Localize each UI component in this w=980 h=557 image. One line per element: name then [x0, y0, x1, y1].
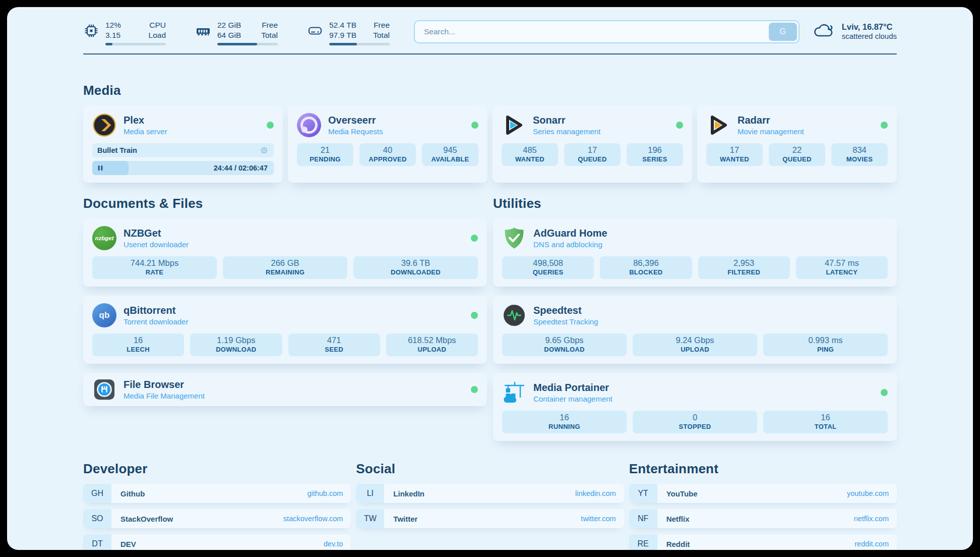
plex-icon [92, 113, 116, 137]
service-description: Speedtest Tracking [533, 317, 598, 326]
bookmark-abbr: RE [629, 534, 657, 550]
cpu-usage-label: CPU [149, 20, 166, 30]
bookmark-reddit[interactable]: RE Reddit reddit.com [629, 534, 897, 550]
status-dot [471, 122, 478, 129]
service-description: Movie management [738, 127, 804, 136]
bookmark-github[interactable]: GH Github github.com [83, 484, 351, 503]
cpu-widget: 12% 3.15 CPU Load [83, 20, 166, 45]
service-name: Plex [124, 115, 167, 126]
service-name: qBittorrent [124, 305, 188, 316]
stat-movies: 834 MOVIES [831, 143, 888, 166]
bookmark-url: linkedin.com [575, 489, 624, 497]
disk-total-label: Total [373, 30, 390, 40]
bookmark-name: Github [111, 489, 145, 498]
service-card-radarr[interactable]: Radarr Movie management 17 WANTED 22 QUE… [697, 105, 897, 183]
status-dot [471, 312, 478, 319]
stat-seed: 471 SEED [288, 333, 380, 356]
bookmark-name: Reddit [657, 540, 690, 548]
memory-total-value: 64 GiB [217, 30, 241, 40]
stat-total: 16 TOTAL [763, 411, 888, 433]
bookmark-abbr: LI [356, 484, 384, 503]
bookmark-netflix[interactable]: NF Netflix netflix.com [629, 509, 897, 528]
stat-filtered: 2,953 FILTERED [698, 256, 790, 279]
stat-download: 9.65 Gbps DOWNLOAD [502, 333, 627, 356]
memory-icon [195, 23, 211, 41]
service-card-speedtest[interactable]: Speedtest Speedtest Tracking 9.65 Gbps D… [493, 296, 897, 364]
service-name: Radarr [738, 115, 804, 126]
bookmark-name: YouTube [657, 489, 698, 498]
service-card-portainer[interactable]: Media Portainer Container management 16 … [493, 373, 897, 441]
bookmark-abbr: SO [83, 509, 111, 528]
service-card-sonarr[interactable]: Sonarr Series management 485 WANTED 17 Q… [493, 105, 692, 183]
service-description: Torrent downloader [124, 317, 188, 326]
disk-free-value: 52.4 TB [329, 20, 356, 30]
bookmark-abbr: GH [83, 484, 111, 503]
bookmark-abbr: NF [629, 509, 657, 528]
service-card-qbittorrent[interactable]: qb qBittorrent Torrent downloader 16 LEE… [83, 296, 487, 364]
sonarr-icon [502, 113, 526, 137]
disk-icon [307, 23, 323, 41]
bookmark-twitter[interactable]: TW Twitter twitter.com [356, 509, 624, 528]
memory-free-value: 22 GiB [217, 20, 241, 30]
disk-progress-bar [329, 43, 390, 45]
search-bar: G [414, 20, 800, 43]
header-divider [83, 53, 897, 54]
service-card-nzbget[interactable]: nzbget NZBGet Usenet downloader 744.21 M… [83, 218, 487, 287]
stat-pending: 21 PENDING [297, 143, 353, 166]
stat-approved: 40 APPROVED [359, 143, 416, 166]
service-description: Media Requests [328, 127, 383, 136]
service-card-plex[interactable]: Plex Media server Bullet Train [83, 105, 283, 183]
service-description: Media File Management [124, 392, 205, 400]
service-description: Usenet downloader [124, 240, 189, 249]
cpu-icon [83, 23, 99, 41]
dashboard-page: 12% 3.15 CPU Load [7, 7, 973, 550]
bookmark-name: Netflix [657, 515, 690, 523]
stat-available: 945 AVAILABLE [422, 143, 478, 166]
bookmark-name: LinkedIn [384, 489, 424, 498]
service-card-filebrowser[interactable]: File Browser Media File Management [83, 373, 487, 406]
speedtest-icon [502, 303, 526, 327]
bookmark-url: stackoverflow.com [283, 515, 351, 523]
disk-free-label: Free [373, 20, 390, 30]
service-name: Overseerr [328, 115, 383, 126]
section-title-media: Media [83, 83, 897, 98]
section-title-social: Social [356, 461, 624, 477]
bookmark-youtube[interactable]: YT YouTube youtube.com [629, 484, 897, 503]
bookmark-name: Twitter [384, 515, 417, 523]
service-name: Sonarr [533, 115, 600, 126]
bookmark-linkedin[interactable]: LI LinkedIn linkedin.com [356, 484, 624, 503]
service-name: Speedtest [533, 305, 598, 316]
search-input[interactable] [414, 20, 800, 43]
service-name: File Browser [124, 379, 205, 391]
memory-free-label: Free [261, 20, 278, 30]
resource-widgets: 12% 3.15 CPU Load [83, 20, 390, 45]
bookmark-stackoverflow[interactable]: SO StackOverflow stackoverflow.com [83, 509, 351, 528]
cloud-icon [813, 21, 835, 41]
stat-series: 196 SERIES [627, 143, 683, 166]
gear-icon[interactable] [260, 146, 269, 155]
stat-latency: 47.57 ms LATENCY [796, 256, 888, 279]
service-card-overseerr[interactable]: Overseerr Media Requests 21 PENDING 40 A… [288, 105, 487, 183]
stat-ping: 0.993 ms PING [763, 333, 888, 356]
stat-upload: 618.52 Mbps UPLOAD [386, 333, 478, 356]
bookmark-abbr: YT [629, 484, 657, 503]
weather-widget: Lviv, 16.87°C scattered clouds [813, 21, 897, 41]
service-card-adguard[interactable]: AdGuard Home DNS and adblocking 498,508 … [493, 218, 897, 287]
status-dot [267, 122, 274, 129]
service-description: DNS and adblocking [533, 240, 607, 249]
search-provider-button[interactable]: G [769, 23, 797, 41]
adguard-icon [502, 226, 526, 250]
disk-widget: 52.4 TB 97.9 TB Free Total [307, 20, 390, 45]
cpu-progress-bar [105, 43, 166, 45]
service-description: Series management [533, 127, 600, 136]
bookmark-dev[interactable]: DT DEV dev.to [83, 534, 351, 550]
status-dot [881, 389, 888, 396]
now-playing-row: Bullet Train [92, 143, 274, 157]
bookmark-url: dev.to [324, 540, 351, 548]
bookmark-name: DEV [111, 540, 136, 548]
stat-running: 16 RUNNING [502, 411, 627, 433]
weather-location-temp: Lviv, 16.87°C [842, 22, 897, 32]
stat-wanted: 485 WANTED [502, 143, 558, 166]
bookmark-url: netflix.com [854, 515, 897, 523]
status-dot [471, 386, 478, 393]
